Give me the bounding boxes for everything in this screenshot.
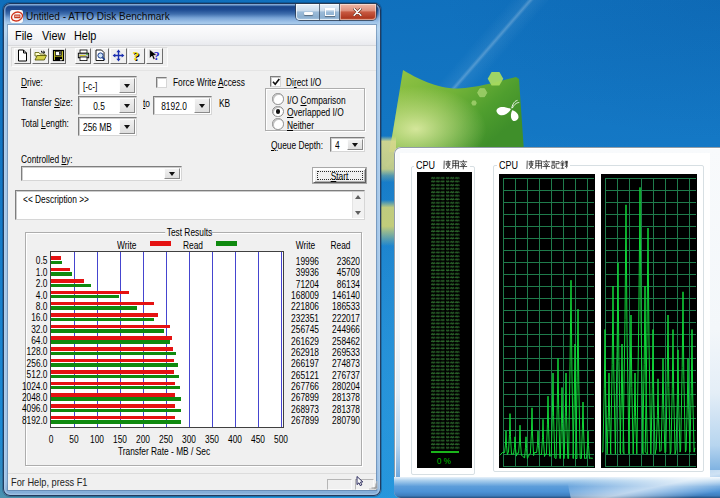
svg-text:?: ? [133, 49, 140, 62]
